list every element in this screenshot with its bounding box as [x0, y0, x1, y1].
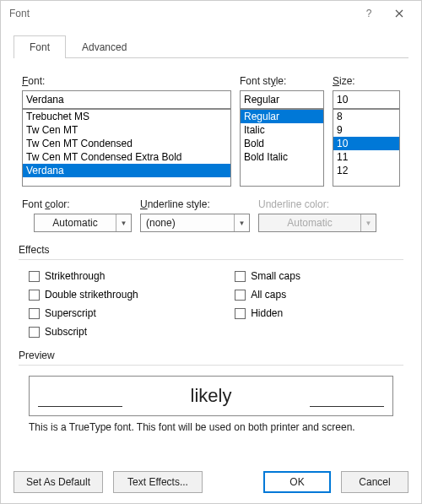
preview-hint: This is a TrueType font. This font will …	[29, 421, 393, 433]
list-item[interactable]: 11	[333, 150, 399, 164]
window-title: Font	[9, 8, 30, 19]
font-listbox[interactable]: Trebuchet MS Tw Cen MT Tw Cen MT Condens…	[22, 109, 231, 187]
list-item[interactable]: 8	[333, 110, 399, 123]
effects-group: Strikethrough Double strikethrough Super…	[14, 270, 408, 338]
checkbox-box	[235, 290, 246, 301]
checkbox-box	[29, 290, 40, 301]
font-label: Font:	[22, 75, 231, 87]
underline-style-column: Underline style: (none) ▼	[140, 198, 250, 232]
checkbox-label: Subscript	[45, 326, 87, 338]
preview-line	[310, 406, 384, 407]
underline-color-column: Underline color: Automatic ▼	[258, 198, 376, 232]
hidden-checkbox[interactable]: Hidden	[235, 307, 393, 319]
size-input[interactable]	[333, 90, 400, 109]
chevron-down-icon: ▼	[116, 214, 131, 231]
preview-box: likely	[29, 376, 393, 416]
font-color-value: Automatic	[35, 217, 116, 229]
list-item[interactable]: Tw Cen MT Condensed	[23, 137, 230, 150]
checkbox-label: Hidden	[251, 307, 283, 319]
superscript-checkbox[interactable]: Superscript	[29, 307, 235, 319]
close-button[interactable]	[384, 4, 414, 23]
checkbox-box	[235, 271, 246, 282]
list-item[interactable]: Tw Cen MT	[23, 123, 230, 137]
font-style-listbox[interactable]: Regular Italic Bold Bold Italic	[240, 109, 324, 187]
checkbox-box	[29, 308, 40, 319]
title-bar: Font ?	[1, 1, 421, 26]
effects-left-column: Strikethrough Double strikethrough Super…	[29, 270, 235, 338]
chevron-down-icon: ▼	[234, 214, 249, 231]
color-underline-row: Font color: Automatic ▼ Underline style:…	[14, 198, 408, 232]
tab-advanced[interactable]: Advanced	[66, 35, 143, 58]
double-strikethrough-checkbox[interactable]: Double strikethrough	[29, 289, 235, 301]
list-item[interactable]: Bold Italic	[241, 150, 323, 164]
divider	[19, 259, 403, 260]
help-button[interactable]: ?	[354, 4, 384, 23]
list-item[interactable]: Regular	[241, 110, 323, 123]
font-selection-row: Font: Trebuchet MS Tw Cen MT Tw Cen MT C…	[14, 75, 408, 187]
list-item[interactable]: Trebuchet MS	[23, 110, 230, 123]
divider	[19, 365, 403, 366]
underline-style-label: Underline style:	[140, 198, 250, 210]
tab-strip: Font Advanced	[14, 35, 408, 58]
font-column: Font: Trebuchet MS Tw Cen MT Tw Cen MT C…	[22, 75, 231, 187]
list-item[interactable]: Bold	[241, 137, 323, 150]
preview-line	[38, 406, 122, 407]
checkbox-box	[29, 327, 40, 338]
preview-group-label: Preview	[19, 350, 408, 361]
button-bar: Set As Default Text Effects... OK Cancel	[14, 471, 408, 493]
list-item[interactable]: 12	[333, 164, 399, 177]
preview-sample-text: likely	[191, 385, 232, 407]
checkbox-label: Superscript	[45, 307, 96, 319]
dialog-content: Font Advanced Font: Trebuchet MS Tw Cen …	[1, 26, 421, 489]
underline-style-combo[interactable]: (none) ▼	[140, 214, 250, 232]
list-item[interactable]: Tw Cen MT Condensed Extra Bold	[23, 150, 230, 164]
font-color-label: Font color:	[22, 198, 132, 210]
checkbox-label: Double strikethrough	[45, 289, 138, 301]
font-style-input[interactable]	[240, 90, 324, 109]
small-caps-checkbox[interactable]: Small caps	[235, 270, 393, 282]
strikethrough-checkbox[interactable]: Strikethrough	[29, 270, 235, 282]
subscript-checkbox[interactable]: Subscript	[29, 326, 235, 338]
font-style-column: Font style: Regular Italic Bold Bold Ita…	[240, 75, 324, 187]
window-controls: ?	[354, 4, 414, 23]
list-item[interactable]: 9	[333, 123, 399, 137]
effects-group-label: Effects	[19, 244, 408, 256]
cancel-button[interactable]: Cancel	[341, 471, 408, 493]
text-effects-button[interactable]: Text Effects...	[113, 471, 203, 493]
checkbox-label: All caps	[251, 289, 286, 301]
size-column: Size: 8 9 10 11 12	[333, 75, 400, 187]
list-item[interactable]: 10	[333, 137, 399, 150]
font-input[interactable]	[22, 90, 231, 109]
chevron-down-icon: ▼	[360, 214, 376, 231]
underline-color-value: Automatic	[259, 217, 360, 229]
checkbox-box	[235, 308, 246, 319]
effects-right-column: Small caps All caps Hidden	[235, 270, 393, 338]
underline-color-combo: Automatic ▼	[258, 214, 376, 232]
font-color-column: Font color: Automatic ▼	[22, 198, 132, 232]
font-dialog: Font ? Font Advanced Font: Trebuchet MS …	[0, 0, 422, 504]
close-icon	[395, 9, 403, 18]
underline-color-label: Underline color:	[258, 198, 376, 210]
set-as-default-button[interactable]: Set As Default	[14, 471, 103, 493]
size-listbox[interactable]: 8 9 10 11 12	[333, 109, 400, 187]
list-item[interactable]: Verdana	[23, 164, 230, 177]
font-color-combo[interactable]: Automatic ▼	[34, 214, 132, 232]
checkbox-box	[29, 271, 40, 282]
ok-button[interactable]: OK	[263, 471, 331, 493]
all-caps-checkbox[interactable]: All caps	[235, 289, 393, 301]
font-style-label: Font style:	[240, 75, 324, 87]
list-item[interactable]: Italic	[241, 123, 323, 137]
size-label: Size:	[333, 75, 400, 87]
checkbox-label: Strikethrough	[45, 270, 105, 282]
checkbox-label: Small caps	[251, 270, 300, 282]
tab-font[interactable]: Font	[14, 35, 66, 58]
underline-style-value: (none)	[141, 217, 234, 229]
